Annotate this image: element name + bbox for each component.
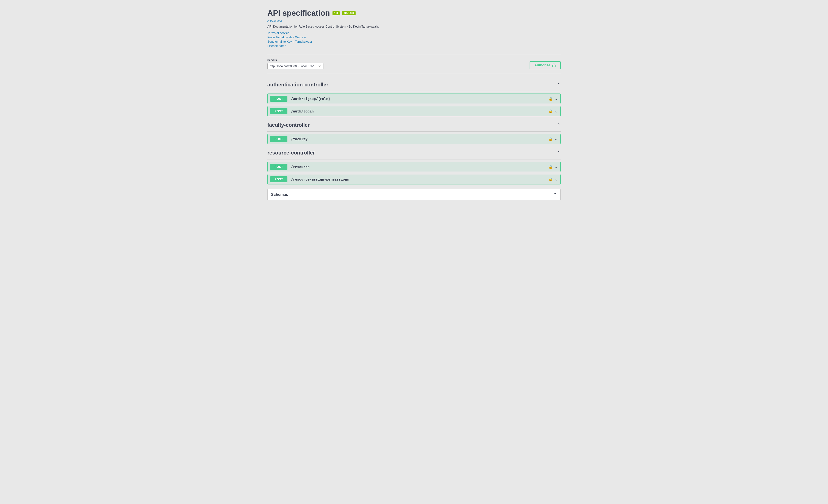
controller-faculty-endpoints: POST /faculty 🔒 ⌄ (267, 134, 561, 144)
website-link[interactable]: Kevin Tamakuwala - Website (267, 36, 561, 39)
endpoint-right: 🔒 ⌄ (548, 96, 558, 101)
method-badge-post: POST (270, 108, 287, 114)
endpoint-right: 🔒 ⌄ (548, 177, 558, 182)
chevron-down-icon: ⌄ (554, 165, 558, 169)
endpoint-faculty[interactable]: POST /faculty 🔒 ⌄ (267, 134, 561, 144)
lock-icon (552, 63, 556, 67)
controller-authentication-name: authentication-controller (267, 82, 328, 88)
lock-icon-small: 🔒 (548, 165, 553, 169)
servers-label: Servers (267, 59, 324, 62)
controller-faculty-name: faculty-controller (267, 122, 309, 128)
endpoint-path: /resource/assign-permissions (291, 177, 548, 181)
endpoint-path: /auth/login (291, 109, 548, 113)
method-badge-post: POST (270, 136, 287, 142)
endpoint-resource-assign-permissions[interactable]: POST /resource/assign-permissions 🔒 ⌄ (267, 174, 561, 184)
endpoint-path: /auth/signup/{role} (291, 97, 548, 101)
schemas-title: Schemas (271, 192, 288, 197)
authorize-label: Authorize (534, 63, 550, 67)
schemas-header[interactable]: Schemas ⌃ (267, 189, 561, 200)
terms-of-service-link[interactable]: Terms of service (267, 31, 561, 35)
controller-faculty: faculty-controller ⌃ POST /faculty 🔒 ⌄ (267, 119, 561, 144)
chevron-down-icon: ⌄ (554, 109, 558, 113)
endpoint-right: 🔒 ⌄ (548, 137, 558, 141)
endpoint-path: /faculty (291, 137, 548, 141)
chevron-down-icon: ⌄ (554, 177, 558, 182)
lock-icon-small: 🔒 (548, 97, 553, 101)
email-link[interactable]: Send email to Kevin Tamakuwala (267, 40, 561, 43)
endpoint-path: /resource (291, 165, 548, 169)
endpoint-auth-signup[interactable]: POST /auth/signup/{role} 🔒 ⌄ (267, 94, 561, 104)
header-divider (267, 54, 561, 54)
svg-rect-0 (552, 65, 555, 67)
page-wrapper: API specification 1.0 OAS 3.0 /v3/api-do… (263, 0, 565, 205)
oas-badge: OAS 3.0 (342, 11, 356, 15)
schemas-chevron-up-icon: ⌃ (553, 192, 557, 197)
controller-faculty-header[interactable]: faculty-controller ⌃ (267, 119, 561, 132)
chevron-up-icon: ⌃ (557, 150, 561, 155)
chevron-down-icon: ⌄ (554, 96, 558, 101)
title-row: API specification 1.0 OAS 3.0 (267, 9, 561, 18)
controller-authentication: authentication-controller ⌃ POST /auth/s… (267, 78, 561, 117)
version-badge: 1.0 (332, 11, 340, 15)
servers-section: Servers http://localhost:8000 - Local EN… (267, 59, 561, 74)
schemas-section: Schemas ⌃ (267, 189, 561, 200)
lock-icon-small: 🔒 (548, 137, 553, 141)
lock-icon-small: 🔒 (548, 109, 553, 113)
controller-resource-name: resource-controller (267, 150, 315, 156)
info-links: Terms of service Kevin Tamakuwala - Webs… (267, 31, 561, 48)
licence-link[interactable]: Licence name (267, 44, 561, 48)
chevron-up-icon: ⌃ (557, 123, 561, 128)
method-badge-post: POST (270, 164, 287, 170)
method-badge-post: POST (270, 96, 287, 102)
server-select[interactable]: http://localhost:8000 - Local ENV (267, 63, 324, 70)
endpoint-right: 🔒 ⌄ (548, 109, 558, 113)
controller-resource-header[interactable]: resource-controller ⌃ (267, 146, 561, 159)
server-selector-group: Servers http://localhost:8000 - Local EN… (267, 59, 324, 70)
api-title: API specification (267, 9, 330, 18)
method-badge-post: POST (270, 176, 287, 182)
endpoint-auth-login[interactable]: POST /auth/login 🔒 ⌄ (267, 106, 561, 117)
controller-authentication-endpoints: POST /auth/signup/{role} 🔒 ⌄ POST /auth/… (267, 94, 561, 117)
api-description: API Documentation for Role Based Access … (267, 25, 561, 28)
chevron-up-icon: ⌃ (557, 82, 561, 87)
controller-authentication-header[interactable]: authentication-controller ⌃ (267, 78, 561, 91)
endpoint-right: 🔒 ⌄ (548, 165, 558, 169)
header-section: API specification 1.0 OAS 3.0 /v3/api-do… (267, 4, 561, 50)
controllers-list: authentication-controller ⌃ POST /auth/s… (267, 78, 561, 184)
controller-resource-endpoints: POST /resource 🔒 ⌄ POST /resource/assign… (267, 162, 561, 184)
api-docs-link[interactable]: /v3/api-docs (267, 19, 561, 22)
controller-resource: resource-controller ⌃ POST /resource 🔒 ⌄… (267, 146, 561, 184)
authorize-button[interactable]: Authorize (530, 61, 561, 70)
chevron-down-icon: ⌄ (554, 137, 558, 141)
endpoint-resource[interactable]: POST /resource 🔒 ⌄ (267, 162, 561, 172)
lock-icon-small: 🔒 (548, 177, 553, 181)
